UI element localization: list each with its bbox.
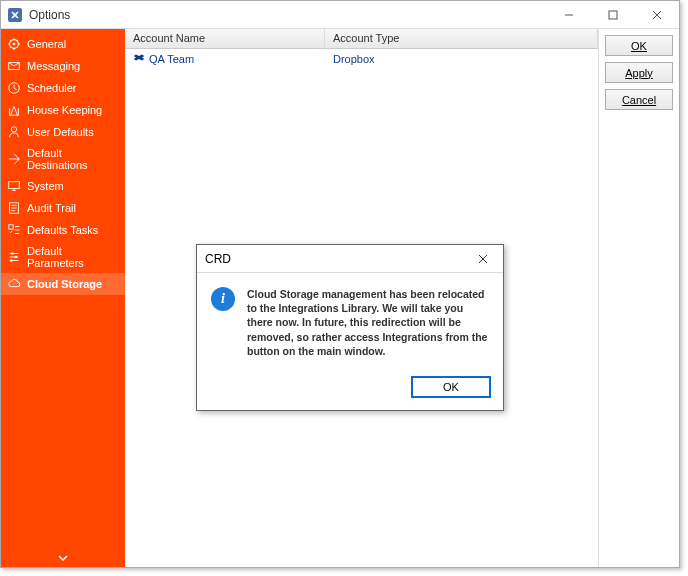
scheduler-icon bbox=[7, 81, 21, 95]
maximize-button[interactable] bbox=[591, 1, 635, 29]
account-name-text: QA Team bbox=[149, 53, 194, 65]
minimize-button[interactable] bbox=[547, 1, 591, 29]
titlebar-left: Options bbox=[7, 7, 70, 23]
cell-account-type: Dropbox bbox=[325, 51, 598, 67]
dialog-message: Cloud Storage management has been reloca… bbox=[247, 287, 491, 358]
sidebar-item-label: House Keeping bbox=[27, 104, 102, 116]
sidebar-item-default-destinations[interactable]: Default Destinations bbox=[1, 143, 125, 175]
chevron-down-icon[interactable] bbox=[58, 555, 68, 561]
sidebar-item-label: User Defaults bbox=[27, 126, 94, 138]
dialog-title-text: CRD bbox=[205, 252, 231, 266]
audit-trail-icon bbox=[7, 201, 21, 215]
sidebar-item-messaging[interactable]: Messaging bbox=[1, 55, 125, 77]
sidebar-item-label: Default Destinations bbox=[27, 147, 119, 171]
svg-point-1 bbox=[14, 13, 17, 16]
table-header: Account Name Account Type bbox=[125, 29, 598, 49]
dialog-close-button[interactable] bbox=[471, 247, 495, 271]
ok-button[interactable]: OK bbox=[605, 35, 673, 56]
sidebar-item-user-defaults[interactable]: User Defaults bbox=[1, 121, 125, 143]
sidebar-item-system[interactable]: System bbox=[1, 175, 125, 197]
sidebar-item-general[interactable]: General bbox=[1, 33, 125, 55]
app-icon bbox=[7, 7, 23, 23]
sidebar-item-label: Defaults Tasks bbox=[27, 224, 98, 236]
default-destinations-icon bbox=[7, 152, 21, 166]
default-parameters-icon bbox=[7, 250, 21, 264]
sidebar-item-defaults-tasks[interactable]: Defaults Tasks bbox=[1, 219, 125, 241]
account-type-text: Dropbox bbox=[333, 53, 375, 65]
sidebar-item-audit-trail[interactable]: Audit Trail bbox=[1, 197, 125, 219]
sidebar-item-label: Scheduler bbox=[27, 82, 77, 94]
sidebar-item-label: Audit Trail bbox=[27, 202, 76, 214]
sidebar-item-default-parameters[interactable]: Default Parameters bbox=[1, 241, 125, 273]
cancel-button[interactable]: Cancel bbox=[605, 89, 673, 110]
system-icon bbox=[7, 179, 21, 193]
svg-point-7 bbox=[13, 43, 16, 46]
sidebar-item-house-keeping[interactable]: House Keeping bbox=[1, 99, 125, 121]
svg-point-14 bbox=[11, 252, 14, 255]
dialog-ok-button[interactable]: OK bbox=[411, 376, 491, 398]
apply-button[interactable]: Apply bbox=[605, 62, 673, 83]
sidebar: General Messaging Scheduler House Keepin… bbox=[1, 29, 125, 567]
dialog-body: i Cloud Storage management has been relo… bbox=[197, 273, 503, 368]
sidebar-item-label: Default Parameters bbox=[27, 245, 119, 269]
cloud-storage-icon bbox=[7, 277, 21, 291]
close-icon bbox=[478, 254, 488, 264]
sidebar-item-label: Cloud Storage bbox=[27, 278, 102, 290]
svg-point-10 bbox=[11, 127, 16, 132]
dropbox-icon bbox=[133, 53, 145, 65]
right-panel: OK Apply Cancel bbox=[599, 29, 679, 567]
col-account-type[interactable]: Account Type bbox=[325, 29, 598, 48]
svg-rect-13 bbox=[9, 225, 13, 229]
window-controls bbox=[547, 1, 679, 29]
svg-rect-3 bbox=[609, 11, 617, 19]
svg-point-15 bbox=[14, 256, 17, 259]
table-row[interactable]: QA Team Dropbox bbox=[125, 49, 598, 69]
sidebar-item-cloud-storage[interactable]: Cloud Storage bbox=[1, 273, 125, 295]
svg-point-16 bbox=[10, 259, 13, 262]
user-defaults-icon bbox=[7, 125, 21, 139]
cell-account-name: QA Team bbox=[125, 51, 325, 67]
general-icon bbox=[7, 37, 21, 51]
sidebar-item-label: General bbox=[27, 38, 66, 50]
info-icon: i bbox=[211, 287, 235, 311]
close-button[interactable] bbox=[635, 1, 679, 29]
sidebar-item-scheduler[interactable]: Scheduler bbox=[1, 77, 125, 99]
titlebar: Options bbox=[1, 1, 679, 29]
sidebar-item-label: System bbox=[27, 180, 64, 192]
svg-rect-11 bbox=[9, 182, 20, 189]
col-account-name[interactable]: Account Name bbox=[125, 29, 325, 48]
info-dialog: CRD i Cloud Storage management has been … bbox=[196, 244, 504, 411]
dialog-titlebar: CRD bbox=[197, 245, 503, 273]
defaults-tasks-icon bbox=[7, 223, 21, 237]
house-keeping-icon bbox=[7, 103, 21, 117]
dialog-footer: OK bbox=[197, 368, 503, 410]
messaging-icon bbox=[7, 59, 21, 73]
sidebar-item-label: Messaging bbox=[27, 60, 80, 72]
window-title: Options bbox=[29, 8, 70, 22]
